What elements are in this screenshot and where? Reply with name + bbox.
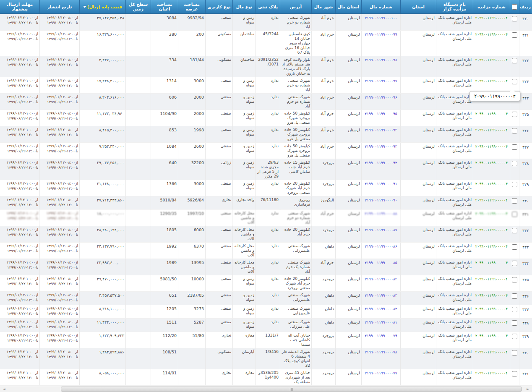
sort-arrow-down-icon[interactable] [83, 6, 86, 8]
cell-arsa: 6000 [178, 226, 206, 243]
row-checkbox[interactable] [512, 277, 517, 282]
column-header-arsa: مساحت عرصه [178, 0, 206, 14]
property-number-link[interactable]: ۲۱۹۹۰۰۱۱۹۹۰۰۰۰۹۱ [365, 182, 397, 186]
row-checkbox[interactable] [512, 112, 517, 117]
cell-org: اداره امور شعب بانک ملی لرستان [436, 56, 473, 77]
cell-org: اداره امور شعب بانک ملی لرستان [436, 77, 473, 94]
row-checkbox[interactable] [512, 350, 517, 355]
property-number-link[interactable]: ۲۱۹۹۰۰۱۱۹۹۰۰۰۰۸۱ [365, 320, 397, 324]
auction-number-link[interactable]: ۲۰۹۹۰۰۱۱۹۹۰۰۰۰۰۴ [475, 112, 508, 116]
row-checkbox[interactable] [512, 58, 517, 63]
property-number-link[interactable]: ۲۱۹۹۰۰۱۱۹۹۰۰۰۰۹۶ [365, 95, 397, 99]
cell-auction: ۲۰۹۹۰۰۱۱۹۹۰۰۰۰۰۴ [473, 126, 510, 143]
auction-number-link[interactable]: ۲۰۹۹۰۰۱۱۹۹۰۰۰۰۰۴ [475, 128, 508, 132]
cell-usage: صنعتی [206, 259, 233, 275]
cell-malprov: لرستان [336, 14, 362, 31]
horizontal-scrollbar[interactable]: ◄ ► [0, 386, 532, 392]
row-checkbox[interactable] [512, 198, 517, 204]
auction-number-link[interactable]: ۲۰۹۹۰۰۱۱۹۹۰۰۰۰۰۴ [475, 244, 508, 248]
row-checkbox[interactable] [512, 371, 517, 376]
auction-number-link[interactable]: ۲۰۹۹۰۰۱۱۹۹۰۰۰۰۰۴ [475, 334, 508, 338]
auction-number-link[interactable]: ۲۰۹۹۰۰۱۱۹۹۰۰۰۰۰۴ [475, 144, 508, 149]
auction-number-link[interactable]: ۲۰۹۹۰۰۱۱۹۹۰۰۰۰۰۴ [475, 320, 508, 324]
cell-price: ۲۴,۱۳۷,۷۹۰,۰۰۰ [80, 243, 126, 259]
cell-auction: ۲۰۹۹۰۰۱۱۹۹۰۰۰۰۰۴ [473, 369, 510, 386]
column-header-price[interactable]: قیمت پایه (ریال) [80, 0, 126, 14]
auction-number-link[interactable]: ۲۰۹۹۰۰۱۱۹۹۰۰۰۰۰۴ [475, 277, 508, 281]
auction-number-link[interactable]: ۲۰۹۹۰۰۱۱۹۹۰۰۰۰۰۴ [475, 161, 508, 165]
cell-malno: ۲۱۹۹۰۰۱۱۹۹۰۰۰۰۹۰ [362, 196, 401, 210]
property-number-link[interactable]: ۲۱۹۹۰۰۱۱۹۹۰۰۰۰۸۳ [365, 293, 397, 298]
row-checkbox[interactable] [512, 32, 517, 38]
auction-number-link[interactable]: ۲۰۹۹۰۰۱۱۹۹۰۰۰۰۰۴ [475, 182, 508, 186]
auction-number-link[interactable]: ۲۰۹۹۰۰۱۱۹۹۰۰۰۰۰۴ [475, 293, 508, 298]
date-range-line: تا۱۳۹۹/۰۶/۲۲-۱۲:۰۰ [41, 249, 78, 254]
property-number-link[interactable]: ۲۱۹۹۰۰۱۱۹۹۰۰۰۰۷۹ [365, 334, 397, 338]
row-checkbox[interactable] [512, 228, 517, 233]
auction-number-link[interactable]: ۲۰۹۹۰۰۱۱۹۹۰۰۰۰۰۴ [475, 58, 508, 62]
cell-malno: ۲۱۹۹۰۰۱۱۹۹۰۰۰۱۰۰ [362, 14, 401, 31]
row-checkbox[interactable] [512, 144, 517, 150]
property-number-link[interactable]: ۲۱۹۹۰۰۱۱۹۹۰۰۰۰۹۵ [365, 112, 397, 116]
row-checkbox[interactable] [512, 320, 517, 326]
cell-city: دلفان [312, 243, 336, 259]
property-number-link[interactable]: ۲۱۹۹۰۰۱۱۹۹۰۰۰۰۸۲ [365, 307, 397, 311]
cell-dead: از۱۳۹۹/۰۶/۱۲-۱۰:۰۰تا۱۳۹۹/۰۶/۲۲-۱۲:۰۰ [0, 243, 40, 259]
property-number-link[interactable]: ۲۱۹۹۰۰۱۱۹۹۰۰۰۰۷۸ [365, 350, 397, 354]
auction-number-link[interactable]: ۲۰۹۹۰۰۱۱۹۹۰۰۰۰۰۴ [475, 261, 508, 265]
row-checkbox[interactable] [512, 261, 517, 266]
cell-malprov: لرستان [336, 110, 362, 126]
property-number-link[interactable]: ۲۱۹۹۰۰۱۱۹۹۰۰۰۰۸۴ [365, 277, 397, 281]
date-range-line: تا۱۳۹۹/۰۶/۲۲-۱۲:۰۰ [41, 133, 78, 138]
auction-number-link[interactable]: ۲۰۹۹۰۰۱۱۹۹۰۰۰۰۰۴ [475, 198, 508, 202]
auction-number-link[interactable]: ۲۰۹۹۰۰۱۱۹۹۰۰۰۰۰۴ [475, 32, 508, 37]
date-range-line: از۱۳۹۹/۰۶/۱۲-۰۸:۰۰ [41, 32, 78, 37]
property-number-link[interactable]: ۲۱۹۹۰۰۱۱۹۹۰۰۰۰۸۵ [365, 261, 397, 265]
row-checkbox[interactable] [512, 244, 517, 250]
auction-number-link[interactable]: ۲۰۹۹۰۰۱۱۹۹۰۰۰۰۰۴ [475, 371, 508, 375]
row-checkbox[interactable] [512, 128, 517, 133]
property-number-link[interactable]: ۲۱۹۹۰۰۱۱۹۹۰۰۰۰۹۰ [365, 198, 397, 202]
property-number-link[interactable]: ۲۱۹۹۰۰۱۱۹۹۰۰۰۰۹۷ [365, 79, 397, 83]
date-range-line: تا۱۳۹۹/۰۶/۲۲-۱۲:۰۰ [41, 84, 78, 89]
scroll-right-arrow-icon[interactable]: ► [524, 386, 532, 392]
property-number-link[interactable]: ۲۱۹۹۰۰۱۱۹۹۰۰۰۰۹۳ [365, 144, 397, 149]
row-checkbox[interactable] [512, 307, 517, 312]
cell-org: اداره امور شعب بانک ملی لرستان [436, 319, 473, 332]
row-checkbox[interactable] [512, 334, 517, 339]
cell-type: زمین و سوله [233, 94, 256, 110]
property-number-link[interactable]: ۲۱۹۹۰۰۱۱۹۹۰۰۰۰۹۸ [365, 58, 397, 62]
cell-malno: ۲۱۹۹۰۰۱۱۹۹۰۰۰۰۸۳ [362, 292, 401, 305]
auction-number-link[interactable]: ۲۰۹۹۰۰۱۱۹۹۰۰۰۰۰۴ [475, 79, 508, 83]
auction-number-link[interactable]: ۲۰۹۹۰۰۱۱۹۹۰۰۰۰۰۴ [475, 228, 508, 232]
row-checkbox[interactable] [512, 212, 517, 217]
property-number-link[interactable]: ۲۱۹۹۰۰۱۱۹۹۰۰۰۰۸۶ [365, 244, 397, 248]
property-number-link[interactable]: ۲۱۹۹۰۰۱۱۹۹۰۰۰۰۹۹ [365, 32, 397, 37]
row-checkbox[interactable] [512, 16, 517, 21]
cell-addr: شهرک صنعتی شماره دو خرم آباد [280, 77, 312, 94]
property-number-link[interactable]: ۲۱۹۹۰۰۱۱۹۹۰۰۰۰۷۷ [365, 371, 397, 375]
row-checkbox[interactable] [512, 79, 517, 84]
row-checkbox[interactable] [512, 293, 517, 299]
auction-number-link[interactable]: ۲۰۹۹۰۰۱۱۹۹۰۰۰۰۰۴ [475, 16, 508, 20]
property-number-link[interactable]: ۲۱۹۹۰۰۱۱۹۹۰۰۰۰۸۸ [365, 212, 397, 216]
date-range-line: از۱۳۹۹/۰۶/۱۲-۰۸:۰۰ [41, 181, 78, 186]
select-all-checkbox[interactable] [512, 4, 517, 10]
row-checkbox[interactable] [512, 161, 517, 166]
cell-pub: از۱۳۹۹/۰۶/۱۲-۰۸:۰۰تا۱۳۹۹/۰۶/۲۲-۱۲:۰۰ [40, 275, 80, 292]
property-number-link[interactable]: ۲۱۹۹۰۰۱۱۹۹۰۰۰۱۰۰ [365, 16, 397, 20]
cell-pub: از۱۳۹۹/۰۶/۱۲-۰۸:۰۰تا۱۳۹۹/۰۶/۲۲-۱۲:۰۰ [40, 319, 80, 332]
date-range-line: از۱۳۹۹/۰۶/۱۲-۱۰:۰۰ [1, 320, 38, 325]
cell-type: زمین و سوله [233, 143, 256, 159]
table-row: ۳۳۰۲۰۹۹۰۰۱۱۹۹۰۰۰۰۰۴اداره امور شعب بانک م… [0, 196, 532, 210]
scroll-left-arrow-icon[interactable]: ◄ [0, 386, 8, 392]
auction-number-link[interactable]: ۲۰۹۹۰۰۱۱۹۹۰۰۰۰۰۴ [475, 212, 508, 216]
auction-number-link[interactable]: ۲۰۹۹۰۰۱۱۹۹۰۰۰۰۰۴ [475, 350, 508, 354]
row-checkbox[interactable] [512, 182, 517, 187]
scrollbar-thumb[interactable] [61, 387, 522, 392]
property-number-link[interactable]: ۲۱۹۹۰۰۱۱۹۹۰۰۰۰۸۷ [365, 228, 397, 232]
property-number-link[interactable]: ۲۱۹۹۰۰۱۱۹۹۰۰۰۰۹۲ [365, 161, 397, 165]
auction-number-link[interactable]: ۲۰۹۹۰۰۱۱۹۹۰۰۰۰۰۴ [475, 307, 508, 311]
property-number-link[interactable]: ۲۱۹۹۰۰۱۱۹۹۰۰۰۰۹۴ [365, 128, 397, 132]
date-range-line: از۱۳۹۹/۰۶/۱۲-۰۸:۰۰ [41, 198, 78, 203]
